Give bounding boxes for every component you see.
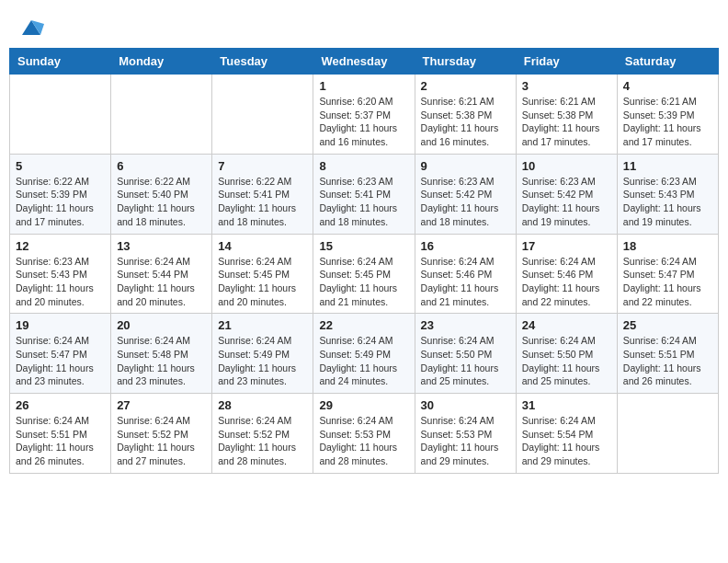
day-info: Sunrise: 6:21 AM Sunset: 5:39 PM Dayligh… [623, 95, 712, 149]
calendar-cell: 29Sunrise: 6:24 AM Sunset: 5:53 PM Dayli… [313, 394, 415, 474]
day-number: 6 [117, 159, 206, 173]
day-info: Sunrise: 6:24 AM Sunset: 5:46 PM Dayligh… [522, 255, 611, 309]
day-number: 1 [319, 79, 408, 93]
day-info: Sunrise: 6:22 AM Sunset: 5:39 PM Dayligh… [16, 175, 105, 229]
calendar-cell: 18Sunrise: 6:24 AM Sunset: 5:47 PM Dayli… [617, 234, 718, 314]
day-number: 2 [421, 79, 510, 93]
calendar-cell: 26Sunrise: 6:24 AM Sunset: 5:51 PM Dayli… [10, 394, 111, 474]
day-header-tuesday: Tuesday [212, 49, 313, 75]
calendar-cell: 14Sunrise: 6:24 AM Sunset: 5:45 PM Dayli… [212, 234, 313, 314]
calendar-cell: 4Sunrise: 6:21 AM Sunset: 5:39 PM Daylig… [617, 75, 718, 155]
day-info: Sunrise: 6:24 AM Sunset: 5:54 PM Dayligh… [522, 414, 611, 468]
day-number: 20 [117, 318, 206, 332]
logo [18, 15, 48, 40]
calendar-cell: 15Sunrise: 6:24 AM Sunset: 5:45 PM Dayli… [313, 234, 415, 314]
day-info: Sunrise: 6:24 AM Sunset: 5:47 PM Dayligh… [16, 334, 105, 388]
day-info: Sunrise: 6:24 AM Sunset: 5:48 PM Dayligh… [117, 334, 206, 388]
day-number: 22 [319, 318, 408, 332]
calendar-cell: 22Sunrise: 6:24 AM Sunset: 5:49 PM Dayli… [313, 314, 415, 394]
calendar-cell: 11Sunrise: 6:23 AM Sunset: 5:43 PM Dayli… [617, 154, 718, 234]
day-info: Sunrise: 6:20 AM Sunset: 5:37 PM Dayligh… [319, 95, 408, 149]
day-number: 24 [522, 318, 611, 332]
day-info: Sunrise: 6:24 AM Sunset: 5:44 PM Dayligh… [117, 255, 206, 309]
calendar-cell: 19Sunrise: 6:24 AM Sunset: 5:47 PM Dayli… [10, 314, 111, 394]
day-number: 31 [522, 398, 611, 412]
day-info: Sunrise: 6:21 AM Sunset: 5:38 PM Dayligh… [522, 95, 611, 149]
calendar-cell: 25Sunrise: 6:24 AM Sunset: 5:51 PM Dayli… [617, 314, 718, 394]
day-number: 9 [421, 159, 510, 173]
day-number: 10 [522, 159, 611, 173]
day-info: Sunrise: 6:24 AM Sunset: 5:50 PM Dayligh… [421, 334, 510, 388]
day-info: Sunrise: 6:22 AM Sunset: 5:41 PM Dayligh… [218, 175, 307, 229]
day-number: 25 [623, 318, 712, 332]
calendar-cell [111, 75, 212, 155]
calendar-cell: 7Sunrise: 6:22 AM Sunset: 5:41 PM Daylig… [212, 154, 313, 234]
day-header-friday: Friday [516, 49, 617, 75]
calendar-cell: 8Sunrise: 6:23 AM Sunset: 5:41 PM Daylig… [313, 154, 415, 234]
calendar-cell: 12Sunrise: 6:23 AM Sunset: 5:43 PM Dayli… [10, 234, 111, 314]
calendar-cell: 1Sunrise: 6:20 AM Sunset: 5:37 PM Daylig… [313, 75, 415, 155]
page-header [0, 0, 728, 48]
day-number: 29 [319, 398, 408, 412]
calendar-cell: 2Sunrise: 6:21 AM Sunset: 5:38 PM Daylig… [415, 75, 516, 155]
day-info: Sunrise: 6:24 AM Sunset: 5:45 PM Dayligh… [218, 255, 307, 309]
calendar-cell: 23Sunrise: 6:24 AM Sunset: 5:50 PM Dayli… [415, 314, 516, 394]
day-number: 7 [218, 159, 307, 173]
day-number: 23 [421, 318, 510, 332]
day-info: Sunrise: 6:24 AM Sunset: 5:50 PM Dayligh… [522, 334, 611, 388]
day-info: Sunrise: 6:23 AM Sunset: 5:42 PM Dayligh… [522, 175, 611, 229]
day-number: 17 [522, 239, 611, 253]
day-info: Sunrise: 6:24 AM Sunset: 5:52 PM Dayligh… [218, 414, 307, 468]
day-info: Sunrise: 6:24 AM Sunset: 5:46 PM Dayligh… [421, 255, 510, 309]
day-header-thursday: Thursday [415, 49, 516, 75]
day-number: 27 [117, 398, 206, 412]
calendar-table: SundayMondayTuesdayWednesdayThursdayFrid… [9, 48, 719, 474]
day-header-saturday: Saturday [617, 49, 718, 75]
calendar-cell: 13Sunrise: 6:24 AM Sunset: 5:44 PM Dayli… [111, 234, 212, 314]
calendar-week-row: 1Sunrise: 6:20 AM Sunset: 5:37 PM Daylig… [10, 75, 719, 155]
day-info: Sunrise: 6:24 AM Sunset: 5:45 PM Dayligh… [319, 255, 408, 309]
day-info: Sunrise: 6:22 AM Sunset: 5:40 PM Dayligh… [117, 175, 206, 229]
day-header-monday: Monday [111, 49, 212, 75]
day-info: Sunrise: 6:24 AM Sunset: 5:51 PM Dayligh… [16, 414, 105, 468]
day-number: 26 [16, 398, 105, 412]
day-info: Sunrise: 6:23 AM Sunset: 5:42 PM Dayligh… [421, 175, 510, 229]
day-header-wednesday: Wednesday [313, 49, 415, 75]
day-number: 12 [16, 239, 105, 253]
day-number: 13 [117, 239, 206, 253]
calendar-week-row: 5Sunrise: 6:22 AM Sunset: 5:39 PM Daylig… [10, 154, 719, 234]
day-number: 15 [319, 239, 408, 253]
day-number: 30 [421, 398, 510, 412]
day-info: Sunrise: 6:24 AM Sunset: 5:53 PM Dayligh… [319, 414, 408, 468]
day-number: 11 [623, 159, 712, 173]
day-number: 18 [623, 239, 712, 253]
logo-icon [18, 15, 44, 40]
day-info: Sunrise: 6:24 AM Sunset: 5:47 PM Dayligh… [623, 255, 712, 309]
day-number: 16 [421, 239, 510, 253]
day-number: 8 [319, 159, 408, 173]
calendar-cell [212, 75, 313, 155]
calendar-cell: 5Sunrise: 6:22 AM Sunset: 5:39 PM Daylig… [10, 154, 111, 234]
calendar-week-row: 19Sunrise: 6:24 AM Sunset: 5:47 PM Dayli… [10, 314, 719, 394]
day-header-sunday: Sunday [10, 49, 111, 75]
page-container: SundayMondayTuesdayWednesdayThursdayFrid… [0, 0, 728, 474]
calendar-cell: 30Sunrise: 6:24 AM Sunset: 5:53 PM Dayli… [415, 394, 516, 474]
calendar-cell: 9Sunrise: 6:23 AM Sunset: 5:42 PM Daylig… [415, 154, 516, 234]
calendar-cell: 24Sunrise: 6:24 AM Sunset: 5:50 PM Dayli… [516, 314, 617, 394]
day-number: 21 [218, 318, 307, 332]
day-info: Sunrise: 6:23 AM Sunset: 5:41 PM Dayligh… [319, 175, 408, 229]
day-info: Sunrise: 6:24 AM Sunset: 5:52 PM Dayligh… [117, 414, 206, 468]
calendar-week-row: 12Sunrise: 6:23 AM Sunset: 5:43 PM Dayli… [10, 234, 719, 314]
day-number: 5 [16, 159, 105, 173]
day-number: 4 [623, 79, 712, 93]
day-info: Sunrise: 6:24 AM Sunset: 5:49 PM Dayligh… [218, 334, 307, 388]
day-info: Sunrise: 6:24 AM Sunset: 5:53 PM Dayligh… [421, 414, 510, 468]
calendar-cell: 20Sunrise: 6:24 AM Sunset: 5:48 PM Dayli… [111, 314, 212, 394]
day-number: 19 [16, 318, 105, 332]
day-number: 3 [522, 79, 611, 93]
calendar-cell: 17Sunrise: 6:24 AM Sunset: 5:46 PM Dayli… [516, 234, 617, 314]
day-info: Sunrise: 6:23 AM Sunset: 5:43 PM Dayligh… [16, 255, 105, 309]
day-info: Sunrise: 6:21 AM Sunset: 5:38 PM Dayligh… [421, 95, 510, 149]
day-number: 28 [218, 398, 307, 412]
calendar-cell: 31Sunrise: 6:24 AM Sunset: 5:54 PM Dayli… [516, 394, 617, 474]
